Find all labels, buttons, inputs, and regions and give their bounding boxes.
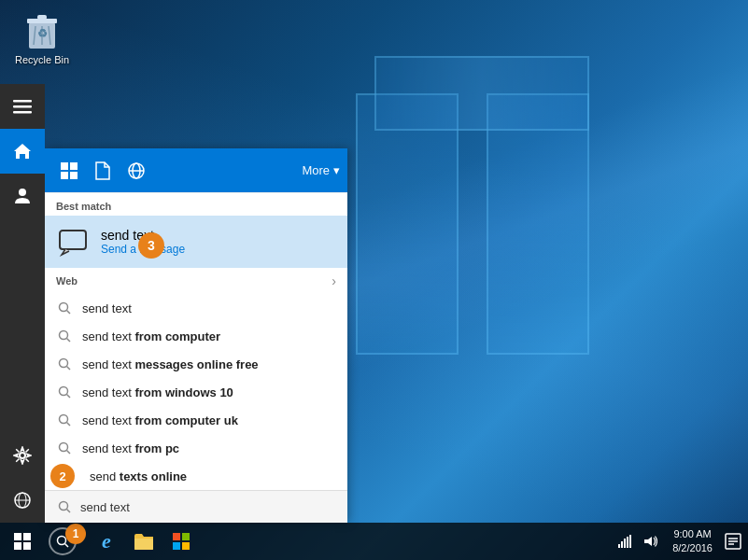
settings-icon bbox=[13, 446, 32, 465]
svg-rect-19 bbox=[70, 172, 78, 179]
svg-line-33 bbox=[67, 423, 71, 427]
svg-rect-42 bbox=[14, 542, 21, 550]
svg-point-24 bbox=[60, 303, 68, 312]
sidebar-item-hamburger[interactable] bbox=[0, 84, 45, 129]
recycle-bin-label: Recycle Bin bbox=[15, 54, 69, 65]
badge-2: 2 bbox=[50, 464, 75, 488]
home-icon bbox=[13, 142, 32, 161]
search-input-value[interactable]: send text bbox=[80, 500, 336, 514]
search-bottom-icon bbox=[56, 498, 73, 515]
svg-rect-53 bbox=[624, 539, 626, 548]
svg-rect-55 bbox=[629, 535, 631, 548]
search-circle-button[interactable]: 1 bbox=[49, 527, 77, 555]
svg-line-27 bbox=[67, 339, 71, 343]
start-button[interactable] bbox=[0, 523, 45, 560]
sidebar-item-settings[interactable] bbox=[0, 433, 45, 478]
svg-rect-9 bbox=[13, 105, 32, 108]
svg-line-25 bbox=[67, 311, 71, 315]
file-explorer-button[interactable] bbox=[125, 523, 162, 560]
svg-point-32 bbox=[60, 415, 68, 424]
svg-rect-8 bbox=[13, 100, 32, 103]
svg-point-34 bbox=[60, 443, 68, 452]
svg-rect-49 bbox=[173, 542, 180, 550]
svg-point-38 bbox=[60, 502, 68, 511]
search-dropdown: More ▾ Best match send text Send a messa… bbox=[45, 148, 347, 523]
recycle-bin-image: ♻ bbox=[23, 9, 61, 50]
edge-icon: e bbox=[102, 529, 111, 553]
sidebar-item-home[interactable] bbox=[0, 129, 45, 174]
document-icon bbox=[94, 161, 111, 180]
web-result-3[interactable]: send text messages online free bbox=[45, 350, 347, 378]
svg-rect-47 bbox=[173, 533, 180, 540]
web-result-6[interactable]: send text from pc bbox=[45, 434, 347, 462]
svg-point-44 bbox=[58, 537, 66, 545]
svg-point-11 bbox=[19, 189, 26, 196]
search-input-bar: send text bbox=[45, 490, 347, 523]
search-icon-1 bbox=[56, 300, 73, 316]
more-button[interactable]: More ▾ bbox=[302, 163, 340, 177]
svg-rect-6 bbox=[37, 15, 47, 20]
windows-logo-icon bbox=[14, 533, 31, 550]
web-result-5[interactable]: send text from computer uk bbox=[45, 406, 347, 434]
document-icon-button[interactable] bbox=[86, 154, 120, 188]
svg-rect-41 bbox=[23, 533, 31, 540]
web-result-4[interactable]: send text from windows 10 bbox=[45, 378, 347, 406]
web-section-header[interactable]: Web › bbox=[45, 268, 347, 294]
best-match-label: Best match bbox=[45, 193, 347, 216]
user-icon bbox=[13, 187, 32, 205]
sidebar-item-user[interactable] bbox=[0, 174, 45, 218]
taskbar-tray bbox=[616, 533, 667, 550]
svg-line-39 bbox=[67, 510, 71, 513]
svg-point-30 bbox=[60, 387, 68, 396]
action-center-button[interactable] bbox=[718, 523, 748, 560]
start-sidebar bbox=[0, 84, 45, 523]
apps-icon-button[interactable] bbox=[52, 154, 86, 188]
message-bubble-icon bbox=[58, 227, 88, 257]
globe-icon-button[interactable] bbox=[120, 154, 153, 188]
apps-grid-icon bbox=[60, 161, 78, 180]
search-icon-6 bbox=[56, 440, 73, 456]
svg-line-29 bbox=[67, 367, 71, 371]
svg-rect-48 bbox=[182, 533, 190, 540]
svg-point-26 bbox=[60, 331, 68, 340]
globe-search-icon bbox=[127, 161, 146, 180]
store-icon bbox=[172, 532, 191, 551]
svg-rect-46 bbox=[134, 539, 153, 550]
search-icon-4 bbox=[56, 384, 73, 400]
web-result-2[interactable]: send text from computer bbox=[45, 322, 347, 350]
edge-button[interactable]: e bbox=[88, 523, 125, 560]
svg-line-35 bbox=[67, 451, 71, 455]
desktop: ♻ Recycle Bin bbox=[0, 0, 748, 560]
recycle-bin-icon[interactable]: ♻ Recycle Bin bbox=[9, 9, 75, 65]
send-text-icon bbox=[56, 225, 90, 259]
store-button[interactable] bbox=[162, 523, 200, 560]
volume-icon[interactable] bbox=[641, 533, 659, 550]
network-tray-icon bbox=[618, 535, 633, 548]
search-icon-3 bbox=[56, 356, 73, 372]
badge-3: 3 bbox=[138, 232, 164, 259]
search-badge: 1 bbox=[65, 524, 86, 544]
svg-line-31 bbox=[67, 395, 71, 399]
volume-tray-icon bbox=[642, 535, 657, 548]
system-clock[interactable]: 9:00 AM 8/2/2016 bbox=[667, 527, 718, 556]
sidebar-item-explore[interactable] bbox=[0, 478, 45, 523]
globe-icon bbox=[13, 491, 32, 510]
web-result-7[interactable]: 2 send texts online bbox=[45, 462, 347, 490]
svg-rect-18 bbox=[61, 172, 68, 179]
svg-rect-23 bbox=[60, 231, 86, 249]
svg-rect-50 bbox=[182, 542, 190, 550]
web-arrow-icon: › bbox=[332, 273, 336, 288]
svg-rect-10 bbox=[13, 111, 32, 114]
svg-rect-40 bbox=[14, 533, 21, 540]
svg-rect-54 bbox=[627, 537, 628, 548]
clock-date: 8/2/2016 bbox=[672, 541, 713, 555]
search-icon-5 bbox=[56, 412, 73, 428]
svg-point-28 bbox=[60, 359, 68, 368]
best-match-item[interactable]: send text Send a message 3 bbox=[45, 216, 347, 268]
svg-rect-52 bbox=[621, 541, 623, 548]
clock-time: 9:00 AM bbox=[673, 527, 711, 541]
web-result-1[interactable]: send text bbox=[45, 294, 347, 322]
svg-rect-43 bbox=[23, 542, 31, 550]
svg-text:♻: ♻ bbox=[37, 27, 48, 40]
network-icon[interactable] bbox=[616, 533, 635, 550]
